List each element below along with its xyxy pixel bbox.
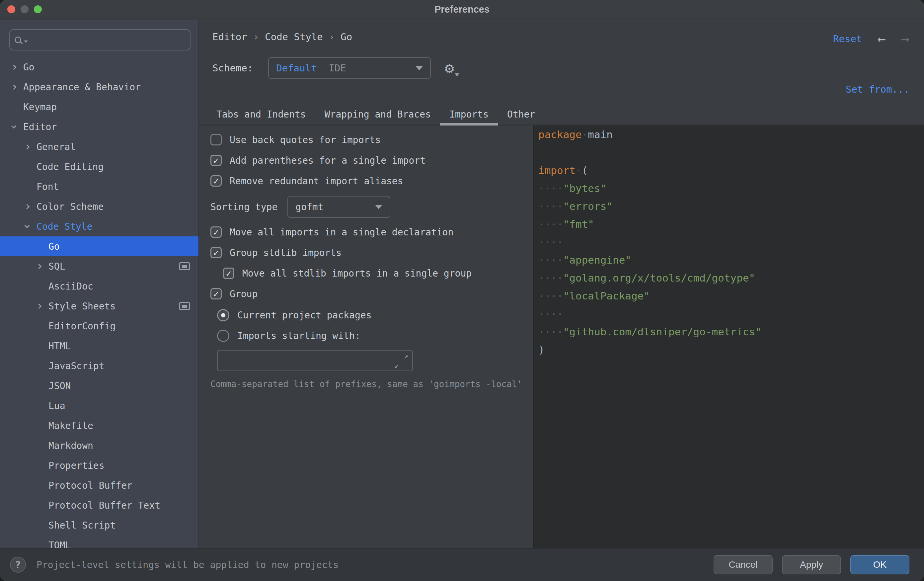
scheme-dropdown[interactable]: Default IDE <box>268 57 431 79</box>
apply-button[interactable]: Apply <box>782 555 841 574</box>
sidebar-item-asciidoc[interactable]: AsciiDoc <box>0 276 198 296</box>
sidebar-item-go-top[interactable]: Go <box>0 57 198 77</box>
gear-icon[interactable]: ⚙ <box>445 60 454 76</box>
sidebar-item-label: Go <box>48 241 60 252</box>
expand-field-icon[interactable]: ↗↙ <box>394 353 409 369</box>
code-segment: ) <box>538 343 544 356</box>
search-icon[interactable] <box>15 36 21 43</box>
chevron-right-icon[interactable] <box>25 144 30 149</box>
chevron-right-icon[interactable] <box>11 64 16 70</box>
chevron-right-icon[interactable] <box>36 304 42 309</box>
imports-settings-panel: Use back quotes for imports✓Add parenthe… <box>199 125 533 548</box>
sidebar-item-toml[interactable]: TOML <box>0 535 198 548</box>
code-line: ···· <box>538 305 924 323</box>
sidebar-item-lua[interactable]: Lua <box>0 396 198 416</box>
sidebar-item-makefile[interactable]: Makefile <box>0 416 198 436</box>
setting-remove-redundant-aliases: ✓Remove redundant import aliases <box>210 175 533 187</box>
search-options-caret-icon[interactable] <box>24 41 28 43</box>
sidebar-item-editor[interactable]: Editor <box>0 117 198 137</box>
chevron-right-icon[interactable] <box>36 264 42 269</box>
code-line: ) <box>538 341 924 358</box>
move-all-stdlib-imports-checkbox[interactable]: ✓ <box>223 267 234 279</box>
add-parentheses-checkbox[interactable]: ✓ <box>210 155 222 166</box>
chevron-spacer <box>37 462 48 469</box>
code-segment: · <box>582 129 588 140</box>
tab-other[interactable]: Other <box>498 104 544 124</box>
reset-link[interactable]: Reset <box>833 33 862 45</box>
back-arrow-icon[interactable]: ← <box>877 32 886 46</box>
code-segment: ···· <box>538 326 563 338</box>
import-prefixes-field: ↗↙ <box>217 350 413 371</box>
sidebar-item-label: Markdown <box>48 440 93 451</box>
move-all-imports-checkbox[interactable]: ✓ <box>210 226 222 238</box>
minimize-window-icon[interactable] <box>21 5 28 13</box>
current-project-packages-radio[interactable] <box>217 309 229 321</box>
sidebar-item-shell-script[interactable]: Shell Script <box>0 515 198 535</box>
sidebar-item-appearance-behavior[interactable]: Appearance & Behavior <box>0 77 198 97</box>
breadcrumb-item-code-style[interactable]: Code Style <box>265 31 323 43</box>
zoom-window-icon[interactable] <box>34 5 42 13</box>
remove-redundant-aliases-checkbox[interactable]: ✓ <box>210 175 222 187</box>
chevron-spacer <box>25 183 36 191</box>
group-stdlib-imports-checkbox[interactable]: ✓ <box>210 247 222 258</box>
code-segment: ···· <box>538 200 563 212</box>
sidebar-item-font[interactable]: Font <box>0 177 198 196</box>
help-icon[interactable]: ? <box>10 557 26 573</box>
scheme-row: Scheme: Default IDE ⚙ <box>213 57 454 79</box>
sidebar-item-keymap[interactable]: Keymap <box>0 97 198 117</box>
sidebar-item-javascript[interactable]: JavaScript <box>0 356 198 376</box>
sidebar-item-code-style[interactable]: Code Style <box>0 216 198 236</box>
dialog-body: GoAppearance & BehaviorKeymapEditorGener… <box>0 20 924 548</box>
dialog-footer: ? Project-level settings will be applied… <box>0 548 924 581</box>
ok-button[interactable]: OK <box>850 555 909 574</box>
setting-label: Move all stdlib imports in a single grou… <box>242 268 472 279</box>
sidebar-item-sql[interactable]: SQL <box>0 256 198 276</box>
sidebar-item-editorconfig[interactable]: EditorConfig <box>0 316 198 336</box>
sorting-type-dropdown[interactable]: gofmt <box>287 196 390 218</box>
sidebar-item-html[interactable]: HTML <box>0 336 198 356</box>
close-window-icon[interactable] <box>7 5 15 13</box>
setting-group: ✓Group <box>210 288 533 299</box>
sidebar-item-style-sheets[interactable]: Style Sheets <box>0 296 198 316</box>
tab-tabs-and-indents[interactable]: Tabs and Indents <box>207 104 315 124</box>
code-line: import·( <box>538 161 924 179</box>
sidebar-item-protocol-buffer-text[interactable]: Protocol Buffer Text <box>0 495 198 515</box>
imports-starting-with-radio[interactable] <box>217 330 229 342</box>
sidebar-item-label: Style Sheets <box>48 301 116 312</box>
sidebar-item-color-scheme[interactable]: Color Scheme <box>0 196 198 216</box>
chevron-spacer <box>37 322 48 330</box>
chevron-down-icon[interactable] <box>25 223 30 228</box>
forward-arrow-icon[interactable]: → <box>901 32 909 46</box>
monitor-screen-icon <box>182 305 187 308</box>
chevron-spacer <box>37 541 48 548</box>
sidebar-item-properties[interactable]: Properties <box>0 456 198 475</box>
sidebar-item-code-editing[interactable]: Code Editing <box>0 157 198 177</box>
search-input[interactable] <box>31 34 185 46</box>
group-checkbox[interactable]: ✓ <box>210 288 222 299</box>
chevron-right-icon[interactable] <box>25 204 30 209</box>
use-back-quotes-checkbox[interactable] <box>210 134 222 145</box>
arrow-down-left-icon: ↙ <box>394 362 399 369</box>
tab-wrapping-and-braces[interactable]: Wrapping and Braces <box>315 104 440 124</box>
sidebar-item-code-style-go[interactable]: Go <box>0 236 198 256</box>
sidebar-item-label: TOML <box>48 540 71 548</box>
breadcrumb-item-editor[interactable]: Editor <box>213 31 247 43</box>
cancel-button[interactable]: Cancel <box>714 555 773 574</box>
code-segment: ···· <box>538 236 563 248</box>
checkmark-icon: ✓ <box>213 156 219 165</box>
settings-search-field[interactable] <box>9 29 190 51</box>
sidebar-item-label: Protocol Buffer <box>48 480 132 491</box>
chevron-right-icon[interactable] <box>11 84 16 90</box>
sidebar-item-protocol-buffer[interactable]: Protocol Buffer <box>0 475 198 495</box>
sidebar-item-markdown[interactable]: Markdown <box>0 436 198 456</box>
code-segment: ···· <box>538 272 563 284</box>
sidebar-item-general[interactable]: General <box>0 137 198 157</box>
tab-imports[interactable]: Imports <box>440 104 498 124</box>
chevron-down-icon[interactable] <box>11 124 16 129</box>
code-line: ···· <box>538 233 924 251</box>
set-from-link[interactable]: Set from... <box>846 84 909 95</box>
code-segment: ···· <box>538 254 563 266</box>
scheme-actions-button[interactable]: ⚙ <box>445 57 454 79</box>
sidebar-item-json[interactable]: JSON <box>0 376 198 396</box>
import-prefixes-input[interactable] <box>218 351 412 370</box>
